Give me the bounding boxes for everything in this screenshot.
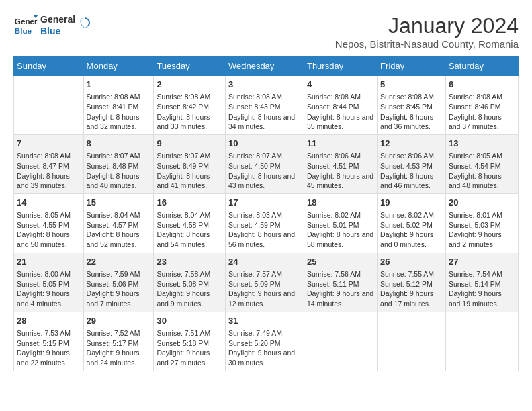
calendar-table: SundayMondayTuesdayWednesdayThursdayFrid… (13, 56, 519, 371)
calendar-cell: 1Sunrise: 8:08 AMSunset: 8:41 PMDaylight… (83, 76, 154, 135)
weekday-header-friday: Friday (378, 57, 446, 76)
day-detail: Sunrise: 8:08 AMSunset: 8:46 PMDaylight:… (449, 92, 515, 132)
day-number: 9 (157, 138, 222, 150)
calendar-cell: 19Sunrise: 8:02 AMSunset: 5:02 PMDayligh… (378, 193, 446, 253)
main-title: January 2024 (335, 13, 519, 38)
calendar-cell: 28Sunrise: 7:53 AMSunset: 5:15 PMDayligh… (14, 312, 84, 371)
calendar-cell: 3Sunrise: 8:08 AMSunset: 8:43 PMDaylight… (225, 76, 304, 135)
calendar-cell: 22Sunrise: 7:59 AMSunset: 5:06 PMDayligh… (83, 253, 154, 312)
calendar-cell: 27Sunrise: 7:54 AMSunset: 5:14 PMDayligh… (445, 253, 518, 312)
day-detail: Sunrise: 8:04 AMSunset: 4:57 PMDaylight:… (87, 210, 151, 250)
calendar-cell: 14Sunrise: 8:05 AMSunset: 4:55 PMDayligh… (14, 193, 84, 253)
calendar-cell: 2Sunrise: 8:08 AMSunset: 8:42 PMDaylight… (154, 76, 226, 135)
logo-bird-icon (78, 16, 91, 35)
day-detail: Sunrise: 8:08 AMSunset: 8:45 PMDaylight:… (380, 92, 443, 132)
day-detail: Sunrise: 8:00 AMSunset: 5:05 PMDaylight:… (17, 269, 81, 309)
subtitle: Nepos, Bistrita-Nasaud County, Romania (335, 38, 519, 50)
weekday-header-wednesday: Wednesday (225, 57, 304, 76)
day-detail: Sunrise: 7:52 AMSunset: 5:17 PMDaylight:… (87, 328, 151, 368)
day-detail: Sunrise: 7:59 AMSunset: 5:06 PMDaylight:… (87, 269, 151, 309)
day-detail: Sunrise: 8:08 AMSunset: 8:44 PMDaylight:… (307, 92, 374, 132)
logo-blue: Blue (40, 26, 75, 37)
calendar-week-row: 14Sunrise: 8:05 AMSunset: 4:55 PMDayligh… (14, 193, 519, 253)
calendar-cell: 16Sunrise: 8:04 AMSunset: 4:58 PMDayligh… (154, 193, 226, 253)
day-detail: Sunrise: 7:51 AMSunset: 5:18 PMDaylight:… (157, 328, 222, 368)
calendar-cell: 12Sunrise: 8:06 AMSunset: 4:53 PMDayligh… (378, 134, 446, 193)
day-detail: Sunrise: 8:05 AMSunset: 4:54 PMDaylight:… (449, 151, 515, 191)
svg-text:General: General (15, 17, 38, 26)
calendar-cell: 13Sunrise: 8:05 AMSunset: 4:54 PMDayligh… (445, 134, 518, 193)
calendar-week-row: 21Sunrise: 8:00 AMSunset: 5:05 PMDayligh… (14, 253, 519, 312)
day-detail: Sunrise: 7:56 AMSunset: 5:11 PMDaylight:… (307, 269, 374, 309)
calendar-cell: 29Sunrise: 7:52 AMSunset: 5:17 PMDayligh… (83, 312, 154, 371)
day-detail: Sunrise: 7:57 AMSunset: 5:09 PMDaylight:… (228, 269, 301, 309)
calendar-cell (304, 312, 377, 371)
day-number: 10 (228, 138, 301, 150)
day-number: 17 (228, 197, 301, 209)
calendar-cell: 18Sunrise: 8:02 AMSunset: 5:01 PMDayligh… (304, 193, 377, 253)
calendar-cell: 6Sunrise: 8:08 AMSunset: 8:46 PMDaylight… (445, 76, 518, 135)
day-detail: Sunrise: 8:07 AMSunset: 8:49 PMDaylight:… (157, 151, 222, 191)
day-number: 31 (228, 315, 301, 327)
day-detail: Sunrise: 7:53 AMSunset: 5:15 PMDaylight:… (17, 328, 81, 368)
day-detail: Sunrise: 7:55 AMSunset: 5:12 PMDaylight:… (380, 269, 443, 309)
day-number: 20 (449, 197, 515, 209)
day-detail: Sunrise: 8:06 AMSunset: 4:51 PMDaylight:… (307, 151, 374, 191)
header: General Blue General Blue January 2024 N… (13, 13, 519, 50)
day-detail: Sunrise: 8:08 AMSunset: 8:42 PMDaylight:… (157, 92, 222, 132)
day-number: 23 (157, 256, 222, 268)
calendar-cell: 31Sunrise: 7:49 AMSunset: 5:20 PMDayligh… (225, 312, 304, 371)
day-number: 3 (228, 79, 301, 91)
day-detail: Sunrise: 8:03 AMSunset: 4:59 PMDaylight:… (228, 210, 301, 250)
day-number: 1 (87, 79, 151, 91)
calendar-week-row: 1Sunrise: 8:08 AMSunset: 8:41 PMDaylight… (14, 76, 519, 135)
day-number: 4 (307, 79, 374, 91)
day-number: 7 (17, 138, 81, 150)
day-number: 19 (380, 197, 443, 209)
calendar-cell: 26Sunrise: 7:55 AMSunset: 5:12 PMDayligh… (378, 253, 446, 312)
day-detail: Sunrise: 8:07 AMSunset: 4:50 PMDaylight:… (228, 151, 301, 191)
day-number: 14 (17, 197, 81, 209)
day-number: 16 (157, 197, 222, 209)
weekday-header-sunday: Sunday (14, 57, 84, 76)
weekday-header-monday: Monday (83, 57, 154, 76)
calendar-cell: 11Sunrise: 8:06 AMSunset: 4:51 PMDayligh… (304, 134, 377, 193)
day-detail: Sunrise: 7:54 AMSunset: 5:14 PMDaylight:… (449, 269, 515, 309)
day-number: 27 (449, 256, 515, 268)
day-number: 15 (87, 197, 151, 209)
calendar-cell: 15Sunrise: 8:04 AMSunset: 4:57 PMDayligh… (83, 193, 154, 253)
day-detail: Sunrise: 8:04 AMSunset: 4:58 PMDaylight:… (157, 210, 222, 250)
weekday-header-tuesday: Tuesday (154, 57, 226, 76)
day-detail: Sunrise: 8:05 AMSunset: 4:55 PMDaylight:… (17, 210, 81, 250)
day-number: 11 (307, 138, 374, 150)
calendar-cell: 30Sunrise: 7:51 AMSunset: 5:18 PMDayligh… (154, 312, 226, 371)
day-number: 25 (307, 256, 374, 268)
day-number: 30 (157, 315, 222, 327)
calendar-cell: 23Sunrise: 7:58 AMSunset: 5:08 PMDayligh… (154, 253, 226, 312)
calendar-cell: 17Sunrise: 8:03 AMSunset: 4:59 PMDayligh… (225, 193, 304, 253)
calendar-cell: 7Sunrise: 8:08 AMSunset: 8:47 PMDaylight… (14, 134, 84, 193)
day-detail: Sunrise: 8:02 AMSunset: 5:01 PMDaylight:… (307, 210, 374, 250)
calendar-cell: 8Sunrise: 8:07 AMSunset: 8:48 PMDaylight… (83, 134, 154, 193)
calendar-cell: 21Sunrise: 8:00 AMSunset: 5:05 PMDayligh… (14, 253, 84, 312)
calendar-cell: 4Sunrise: 8:08 AMSunset: 8:44 PMDaylight… (304, 76, 377, 135)
day-number: 2 (157, 79, 222, 91)
day-detail: Sunrise: 8:01 AMSunset: 5:03 PMDaylight:… (449, 210, 515, 250)
weekday-header-saturday: Saturday (445, 57, 518, 76)
day-number: 6 (449, 79, 515, 91)
logo: General Blue General Blue (13, 13, 91, 38)
day-number: 18 (307, 197, 374, 209)
calendar-cell: 24Sunrise: 7:57 AMSunset: 5:09 PMDayligh… (225, 253, 304, 312)
day-number: 8 (87, 138, 151, 150)
calendar-cell (14, 76, 84, 135)
calendar-week-row: 7Sunrise: 8:08 AMSunset: 8:47 PMDaylight… (14, 134, 519, 193)
logo-general: General (40, 14, 75, 26)
calendar-cell (378, 312, 446, 371)
calendar-cell: 25Sunrise: 7:56 AMSunset: 5:11 PMDayligh… (304, 253, 377, 312)
day-detail: Sunrise: 7:49 AMSunset: 5:20 PMDaylight:… (228, 328, 301, 368)
calendar-week-row: 28Sunrise: 7:53 AMSunset: 5:15 PMDayligh… (14, 312, 519, 371)
day-number: 21 (17, 256, 81, 268)
logo-icon: General Blue (13, 13, 38, 38)
day-detail: Sunrise: 8:08 AMSunset: 8:47 PMDaylight:… (17, 151, 81, 191)
day-number: 28 (17, 315, 81, 327)
